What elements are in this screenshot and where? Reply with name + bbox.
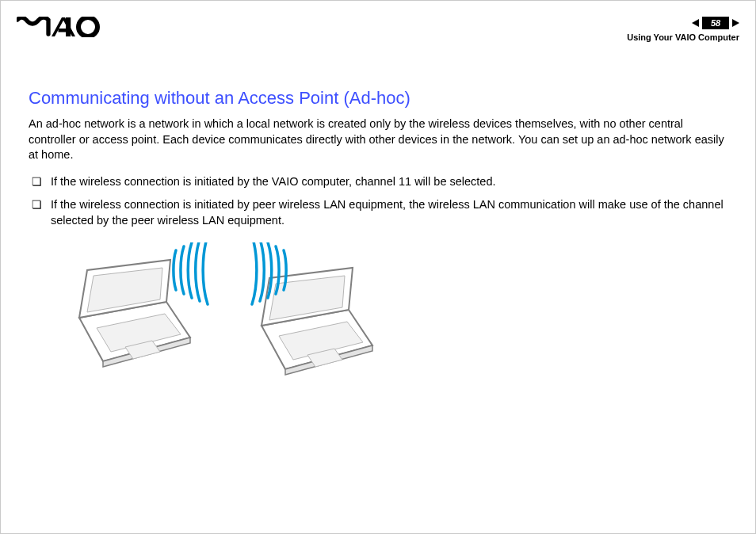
main-content: Communicating without an Access Point (A…: [29, 88, 727, 380]
section-label: Using Your VAIO Computer: [627, 32, 739, 42]
vaio-logo: [17, 17, 104, 40]
list-item: If the wireless connection is initiated …: [29, 174, 727, 190]
wireless-signal-left-icon: [174, 242, 216, 307]
page-header: 58 Using Your VAIO Computer: [17, 17, 739, 40]
page-container: 58 Using Your VAIO Computer Communicatin…: [0, 0, 756, 534]
bullet-list: If the wireless connection is initiated …: [29, 174, 727, 229]
intro-paragraph: An ad-hoc network is a network in which …: [29, 116, 727, 163]
list-item: If the wireless connection is initiated …: [29, 197, 727, 228]
svg-rect-2: [59, 29, 70, 32]
page-number-badge: 58: [702, 17, 729, 29]
prev-page-icon[interactable]: [692, 19, 699, 27]
page-nav: 58 Using Your VAIO Computer: [627, 17, 739, 42]
svg-point-1: [78, 17, 97, 36]
next-page-icon[interactable]: [732, 19, 739, 27]
page-title: Communicating without an Access Point (A…: [29, 88, 727, 109]
adhoc-diagram: [63, 242, 727, 380]
